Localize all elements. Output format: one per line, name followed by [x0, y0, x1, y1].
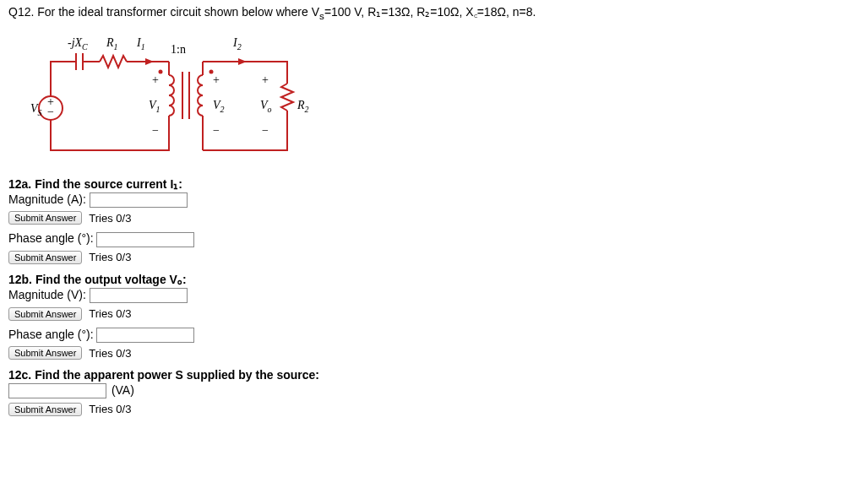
part-a-phase-label: Phase angle (°):	[8, 231, 94, 245]
submit-button[interactable]: Submit Answer	[8, 251, 82, 264]
part-a-mag-row: Magnitude (A):	[8, 192, 857, 208]
svg-text:+: +	[152, 73, 159, 86]
svg-point-10	[159, 69, 163, 73]
circuit-diagram: + − VS -jXC R1 I1 + V1 − 1:n + V2 − I2 R…	[25, 28, 857, 165]
svg-text:−: −	[152, 124, 159, 137]
part-b-mag-label: Magnitude (V):	[8, 288, 86, 301]
submit-button[interactable]: Submit Answer	[8, 346, 82, 360]
circuit-svg: + − VS -jXC R1 I1 + V1 − 1:n + V2 − I2 R…	[25, 28, 329, 163]
tries-text: Tries 0/3	[89, 307, 131, 320]
svg-text:-jXC: -jXC	[68, 36, 88, 51]
part-b-phase-label: Phase angle (°):	[8, 328, 94, 341]
svg-text:Vo: Vo	[260, 99, 272, 114]
tries-text: Tries 0/3	[89, 347, 131, 360]
part-b-title: 12b. Find the output voltage Vₒ:	[8, 273, 857, 286]
submit-button[interactable]: Submit Answer	[8, 211, 82, 225]
part-b-phase-row: Phase angle (°):	[8, 328, 857, 343]
part-b-mag-input[interactable]	[90, 288, 188, 303]
question-params: =100 V, R₁=13Ω, R₂=10Ω, X꜀=18Ω, n=8.	[324, 5, 536, 19]
part-a-phase-row: Phase angle (°):	[8, 231, 857, 247]
tries-text: Tries 0/3	[89, 403, 131, 415]
part-b-mag-row: Magnitude (V):	[8, 288, 857, 303]
part-c-title: 12c. Find the apparent power S supplied …	[8, 368, 857, 382]
svg-text:+: +	[262, 73, 269, 86]
svg-text:V1: V1	[149, 99, 160, 114]
svg-text:−: −	[213, 124, 220, 137]
svg-text:R2: R2	[296, 99, 309, 114]
submit-button[interactable]: Submit Answer	[8, 307, 82, 321]
part-a-mag-input[interactable]	[90, 192, 188, 208]
question-header: Q12. For the ideal transformer circuit s…	[8, 5, 857, 21]
svg-text:I1: I1	[136, 36, 145, 51]
part-c-input[interactable]	[8, 383, 106, 398]
part-a-mag-label: Magnitude (A):	[8, 192, 86, 206]
svg-text:−: −	[47, 106, 54, 118]
submit-button[interactable]: Submit Answer	[8, 403, 82, 416]
tries-text: Tries 0/3	[89, 212, 131, 225]
svg-text:−: −	[262, 124, 269, 137]
question-lead: Q12. For the ideal transformer circuit s…	[8, 5, 319, 19]
svg-text:I2: I2	[232, 36, 242, 51]
svg-text:1:n: 1:n	[171, 43, 186, 56]
tries-text: Tries 0/3	[89, 251, 131, 263]
svg-marker-8	[145, 58, 154, 65]
part-a-phase-input[interactable]	[96, 232, 194, 247]
part-c-unit: (VA)	[112, 383, 134, 397]
svg-marker-21	[238, 58, 247, 65]
svg-text:+: +	[213, 73, 220, 86]
svg-text:R1: R1	[106, 36, 118, 51]
part-b-phase-input[interactable]	[96, 328, 194, 343]
svg-text:V2: V2	[213, 99, 225, 114]
part-a-title: 12a. Find the source current I₁:	[8, 177, 857, 191]
part-c-row: (VA)	[8, 383, 857, 398]
